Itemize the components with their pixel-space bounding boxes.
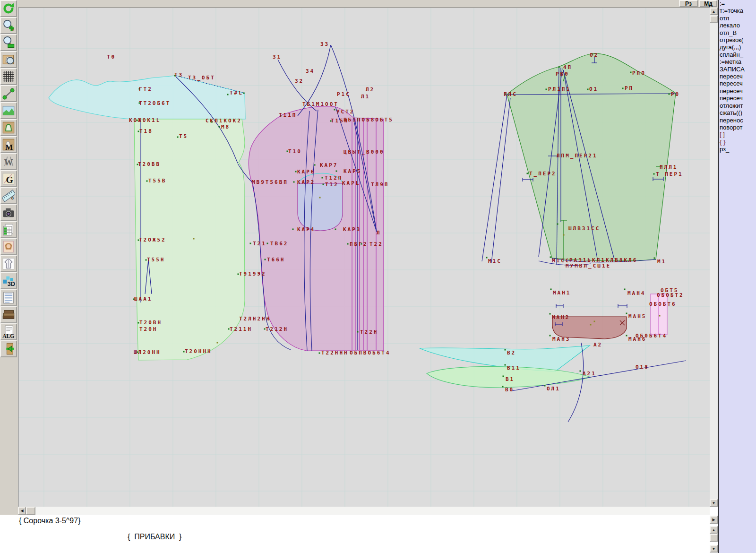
command-item[interactable]: пересеч <box>719 73 756 80</box>
svg-text:ГТ2: ГТ2 <box>139 86 153 92</box>
camera-icon[interactable] <box>0 204 17 221</box>
command-item[interactable]: :=метка <box>719 58 756 65</box>
vertical-scrollbar[interactable]: ▲ ▼ <box>710 8 718 507</box>
svg-text:Т_ПЕР1: Т_ПЕР1 <box>656 171 683 177</box>
command-item[interactable]: рз_ <box>719 146 756 153</box>
svg-text:РПО: РПО <box>632 70 646 76</box>
toolbar: MWG83DALG <box>0 0 18 515</box>
garment-sketch-icon[interactable] <box>0 255 17 272</box>
command-item[interactable]: поворот <box>719 124 756 131</box>
construct-w-icon[interactable]: W <box>0 153 17 170</box>
pattern-m-icon[interactable]: M <box>0 136 17 153</box>
mini-scroll-down-button[interactable]: ▼ <box>710 545 718 553</box>
svg-text:ОБПВОБ6Т4: ОБПВОБ6Т4 <box>350 350 391 356</box>
command-item[interactable]: пересеч <box>719 87 756 95</box>
command-item[interactable]: := <box>719 0 756 7</box>
undo-icon[interactable] <box>0 0 17 17</box>
svg-text:РЛ1П1: РЛ1П1 <box>548 86 571 92</box>
command-item[interactable]: [ ] <box>719 131 756 138</box>
svg-text:МАН2: МАН2 <box>552 314 570 320</box>
svg-text:РП: РП <box>625 85 634 91</box>
md-button[interactable]: Мд <box>699 0 717 7</box>
pattern-canvas[interactable]: Т0Т3Т3_ОБТГТ2ТТ2ОБ6ТТ#LКОЖОК1LСКЛ1КОК2М8… <box>18 8 710 507</box>
svg-text:МАН4: МАН4 <box>627 290 646 296</box>
svg-text:О1: О1 <box>589 86 598 92</box>
svg-text:Т212Н: Т212Н <box>266 326 288 332</box>
command-item[interactable]: лекало <box>719 22 756 29</box>
svg-text:З2: З2 <box>295 78 304 84</box>
svg-text:В2: В2 <box>507 350 516 356</box>
horizontal-scrollbar[interactable]: ◀ <box>18 507 710 515</box>
svg-text:З4: З4 <box>306 68 315 74</box>
svg-text:ЛПМ_ПЕР21: ЛПМ_ПЕР21 <box>557 153 598 159</box>
svg-text:Т11П: Т11П <box>279 112 297 118</box>
table-doc-icon[interactable] <box>0 221 17 238</box>
view-3d-icon[interactable]: 3D <box>0 272 17 289</box>
command-panel[interactable]: :=т:=точкаотллекалоотл_Вотрезок(дуга(,,,… <box>718 0 756 553</box>
image-icon[interactable] <box>0 102 17 119</box>
svg-text:КАР2: КАР2 <box>297 179 316 185</box>
status-allowances: { ПРИБАВКИ } <box>128 533 181 541</box>
command-item[interactable]: отложит <box>719 102 756 109</box>
svg-text:З3: З3 <box>320 41 329 47</box>
command-item[interactable]: т:=точка <box>719 7 756 14</box>
svg-text:МВ9Т56ВП: МВ9Т56ВП <box>252 179 288 185</box>
line-tool-icon[interactable] <box>0 85 17 102</box>
rz-button[interactable]: Рз <box>679 0 698 7</box>
vscroll-thumb[interactable] <box>710 16 718 23</box>
top-strip: Рз Мд <box>18 0 718 8</box>
zoom-in-icon[interactable] <box>0 17 17 34</box>
svg-text:УСТ2: УСТ2 <box>336 109 355 115</box>
mini-vscroll-thumb[interactable] <box>710 534 718 542</box>
command-item[interactable]: пересеч <box>719 80 756 87</box>
svg-text:Т211Н: Т211Н <box>230 326 252 332</box>
svg-text:Т12: Т12 <box>325 181 339 188</box>
algorithms-icon[interactable]: ALG <box>0 323 17 340</box>
svg-text:Т20Н: Т20Н <box>139 326 158 332</box>
zoom-out-icon[interactable] <box>0 34 17 51</box>
svg-text:W: W <box>4 157 13 167</box>
command-item[interactable]: ЗАПИСА <box>719 66 756 73</box>
svg-text:МУМВЛ_СШ1Е: МУМВЛ_СШ1Е <box>566 263 611 269</box>
svg-text:ОБОБТ6: ОБОБТ6 <box>649 301 677 307</box>
ruler-icon[interactable]: 8 <box>0 187 17 204</box>
command-item[interactable]: отл <box>719 15 756 22</box>
command-item[interactable]: сплайн_ <box>719 51 756 58</box>
command-item[interactable]: дуга(,,,) <box>719 43 756 51</box>
svg-text:КАР6: КАР6 <box>297 169 316 175</box>
mini-scroll-up-button[interactable]: ▲ <box>710 526 718 534</box>
svg-text:G: G <box>6 174 13 185</box>
scroll-left-button[interactable]: ◀ <box>18 507 26 515</box>
grid-icon[interactable] <box>0 68 17 85</box>
command-item[interactable]: пересеч <box>719 95 756 102</box>
pattern-g-icon[interactable]: G <box>0 170 17 187</box>
svg-text:Р0: Р0 <box>671 91 680 97</box>
svg-text:МАН1: МАН1 <box>553 290 571 296</box>
svg-text:Т55В: Т55В <box>148 178 167 184</box>
exit-icon[interactable] <box>0 340 17 357</box>
status-area: { Сорочка 3-5^97} { ПРИБАВКИ } <box>0 515 710 553</box>
command-item[interactable]: отрезок( <box>719 36 756 43</box>
command-item[interactable]: перенос <box>719 117 756 124</box>
command-item[interactable]: сжать(() <box>719 109 756 116</box>
svg-text:М1: М1 <box>657 259 666 265</box>
svg-text:ТТ2ОБ6Т: ТТ2ОБ6Т <box>139 100 171 106</box>
pattern-drawing: Т0Т3Т3_ОБТГТ2ТТ2ОБ6ТТ#LКОЖОК1LСКЛ1КОК2М8… <box>18 8 710 507</box>
svg-text:Т919Э2: Т919Э2 <box>239 271 266 277</box>
svg-text:МАН5: МАН5 <box>628 313 647 320</box>
hscroll-thumb[interactable] <box>26 507 35 515</box>
pattern-piece-icon[interactable] <box>0 119 17 136</box>
svg-text:Т3: Т3 <box>174 72 183 78</box>
svg-text:СКЛ1КОК2: СКЛ1КОК2 <box>206 118 242 124</box>
books-icon[interactable] <box>0 306 17 323</box>
scroll-up-button[interactable]: ▲ <box>710 8 718 15</box>
svg-text:Т0: Т0 <box>107 54 116 60</box>
preview-piece-icon[interactable] <box>0 51 17 68</box>
command-item[interactable]: отл_В <box>719 29 756 36</box>
model-photo-icon[interactable] <box>0 238 17 255</box>
scroll-right-button[interactable]: ▶ <box>710 516 718 524</box>
scroll-down-button[interactable]: ▼ <box>710 499 718 507</box>
svg-text:КАР7: КАР7 <box>320 162 338 168</box>
text-list-icon[interactable] <box>0 289 17 306</box>
command-item[interactable]: { } <box>719 138 756 146</box>
